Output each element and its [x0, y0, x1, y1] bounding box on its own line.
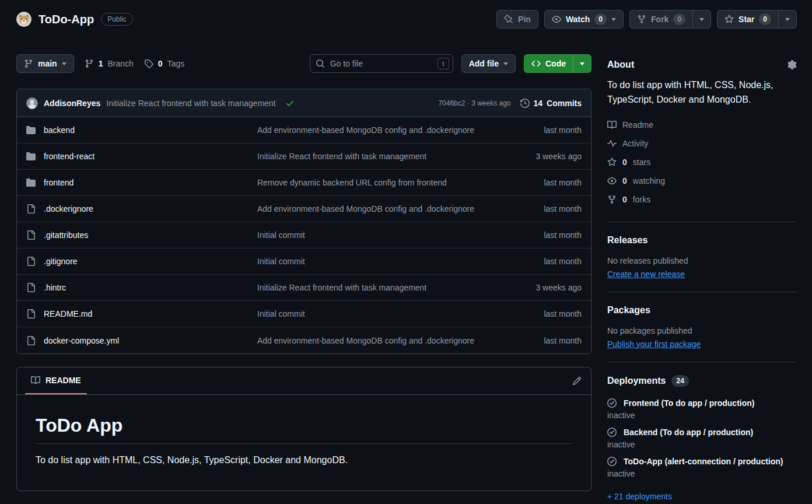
- commit-sha[interactable]: 7046bc2: [438, 99, 465, 107]
- file-name: frontend: [44, 178, 74, 187]
- commit-message[interactable]: Initialize React frontend with task mana…: [106, 99, 275, 108]
- file-commit-message[interactable]: Initial commit: [257, 230, 505, 240]
- file-commit-time[interactable]: 3 weeks ago: [505, 152, 582, 161]
- chevron-down-icon: [503, 62, 508, 65]
- fork-icon: [607, 195, 617, 204]
- watch-button[interactable]: Watch 0: [544, 10, 624, 29]
- history-link[interactable]: 14 Commits: [520, 99, 582, 108]
- deployment-link[interactable]: ToDo-App (alert-connection / production): [607, 457, 797, 466]
- file-commit-time[interactable]: last month: [505, 309, 582, 318]
- go-to-file-input[interactable]: [310, 54, 453, 73]
- check-circle-icon: [607, 428, 617, 437]
- watch-label: Watch: [566, 15, 590, 24]
- sidebar-item-activity[interactable]: Activity: [607, 134, 797, 153]
- separator: ·: [467, 99, 470, 107]
- file-name-link[interactable]: docker-compose.yml: [26, 336, 257, 345]
- deployment-item: Frontend (To do app / production) inacti…: [607, 398, 797, 420]
- file-commit-time[interactable]: last month: [505, 230, 582, 240]
- code-button[interactable]: Code: [524, 54, 573, 73]
- file-name-link[interactable]: frontend: [26, 178, 257, 187]
- visibility-badge: Public: [101, 13, 133, 26]
- edit-readme-button[interactable]: [572, 376, 582, 386]
- code-icon: [531, 59, 541, 68]
- file-row: .hintrc Initialize React frontend with t…: [17, 275, 591, 301]
- star-count: 0: [759, 13, 771, 25]
- commit-author[interactable]: AddisonReyes: [44, 99, 100, 108]
- file-row: docker-compose.yml Add environment-based…: [17, 327, 591, 354]
- commit-author-avatar[interactable]: [26, 97, 38, 109]
- latest-commit-bar: AddisonReyes Initialize React frontend w…: [17, 89, 591, 117]
- add-file-label: Add file: [469, 59, 499, 68]
- meta-label: Activity: [622, 139, 648, 148]
- deployment-name: ToDo-App (alert-connection / production): [624, 457, 783, 466]
- file-commit-message[interactable]: Initial commit: [257, 309, 505, 318]
- pin-icon: [504, 15, 513, 24]
- fork-icon: [637, 15, 646, 24]
- pin-button[interactable]: Pin: [496, 10, 538, 29]
- tags-link[interactable]: 0 Tags: [144, 59, 184, 68]
- file-commit-message[interactable]: Add environment-based MongoDB config and…: [257, 336, 505, 345]
- fork-dropdown-button[interactable]: [692, 10, 711, 29]
- code-dropdown-button[interactable]: [573, 54, 592, 73]
- file-commit-message[interactable]: Initialize React frontend with task mana…: [257, 152, 505, 161]
- branches-label: Branch: [107, 59, 133, 68]
- commit-sha-time[interactable]: 7046bc2 · 3 weeks ago: [438, 99, 510, 107]
- deployment-link[interactable]: Frontend (To do app / production): [607, 398, 797, 408]
- file-name: .hintrc: [44, 283, 66, 292]
- chevron-down-icon: [785, 18, 790, 21]
- sidebar-item-stars[interactable]: 0 stars: [607, 153, 797, 172]
- file-commit-message[interactable]: Remove dynamic backend URL config from f…: [257, 178, 505, 187]
- deployment-status: inactive: [607, 469, 797, 478]
- readme-panel: README ToDo App To do list app with HTML…: [16, 367, 592, 491]
- file-name-link[interactable]: .dockerignore: [26, 204, 257, 214]
- sidebar-item-watching[interactable]: 0 watching: [607, 172, 797, 190]
- file-commit-message[interactable]: Add environment-based MongoDB config and…: [257, 204, 505, 214]
- star-button[interactable]: Star 0: [717, 10, 778, 29]
- gear-icon[interactable]: [788, 60, 797, 69]
- file-commit-time[interactable]: 3 weeks ago: [505, 283, 582, 292]
- go-to-file-search: t: [310, 54, 453, 73]
- file-name-link[interactable]: README.md: [26, 309, 257, 318]
- deployment-name: Backend (To do app / production): [624, 428, 753, 437]
- file-commit-time[interactable]: last month: [505, 204, 582, 214]
- sidebar-item-readme[interactable]: Readme: [607, 116, 797, 134]
- add-file-button[interactable]: Add file: [461, 54, 516, 73]
- publish-package-link[interactable]: Publish your first package: [607, 340, 701, 349]
- deployments-more-link[interactable]: + 21 deployments: [607, 492, 672, 501]
- file-name: .gitignore: [44, 257, 78, 266]
- star-dropdown-button[interactable]: [778, 10, 797, 29]
- deployment-name: Frontend (To do app / production): [624, 398, 754, 408]
- tab-readme[interactable]: README: [25, 368, 87, 394]
- file-commit-time[interactable]: last month: [505, 257, 582, 266]
- file-row: frontend Remove dynamic backend URL conf…: [17, 170, 591, 196]
- fork-button[interactable]: Fork 0: [629, 10, 692, 29]
- file-commit-time[interactable]: last month: [505, 178, 582, 187]
- branches-link[interactable]: 1 Branch: [85, 59, 134, 68]
- sidebar-item-forks[interactable]: 0 forks: [607, 190, 797, 209]
- file-name: .dockerignore: [44, 204, 93, 214]
- branch-selector[interactable]: main: [16, 54, 74, 73]
- file-commit-time[interactable]: last month: [505, 336, 582, 345]
- check-icon[interactable]: [285, 99, 295, 108]
- file-commit-time[interactable]: last month: [505, 125, 582, 135]
- folder-icon: [26, 125, 36, 135]
- file-commit-message[interactable]: Initialize React frontend with task mana…: [257, 283, 505, 292]
- chevron-down-icon: [580, 62, 584, 65]
- file-commit-message[interactable]: Add environment-based MongoDB config and…: [257, 125, 505, 135]
- file-name-link[interactable]: backend: [26, 125, 257, 135]
- file-name-link[interactable]: .gitignore: [26, 257, 257, 266]
- repo-name[interactable]: ToDo-App: [38, 13, 94, 26]
- file-icon: [26, 283, 36, 292]
- file-name-link[interactable]: .gitattributes: [26, 230, 257, 240]
- file-commit-message[interactable]: Initial commit: [257, 257, 505, 266]
- file-name-link[interactable]: .hintrc: [26, 283, 257, 292]
- releases-empty-text: No releases published: [607, 256, 797, 265]
- repo-owner-avatar[interactable]: [16, 12, 32, 27]
- create-release-link[interactable]: Create a new release: [607, 270, 685, 279]
- fork-count: 0: [673, 13, 685, 25]
- branches-count: 1: [99, 59, 103, 68]
- file-row: frontend-react Initialize React frontend…: [17, 144, 591, 170]
- file-name-link[interactable]: frontend-react: [26, 152, 257, 161]
- file-row: .dockerignore Add environment-based Mong…: [17, 196, 591, 222]
- deployment-link[interactable]: Backend (To do app / production): [607, 428, 797, 437]
